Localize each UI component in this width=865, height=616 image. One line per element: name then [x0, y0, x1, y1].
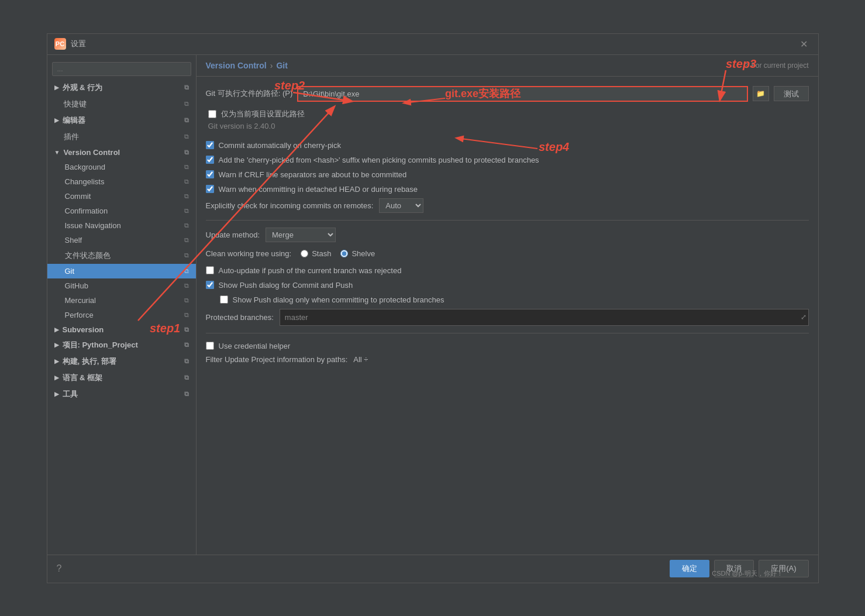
breadcrumb-parent: Version Control: [206, 61, 267, 70]
main-panel: Version Control › Git ⊙ For current proj…: [197, 55, 818, 555]
sidebar: ▶ 外观 & 行为 ⧉ 快捷键 ⧉ ▶ 编辑器 ⧉ 插件 ⧉ ▼: [47, 55, 197, 555]
copy-icon: ⧉: [184, 133, 189, 140]
divider2: [206, 333, 809, 333]
sidebar-item-plugins[interactable]: 插件 ⧉: [47, 129, 196, 145]
sidebar-item-appearance[interactable]: ▶ 外观 & 行为 ⧉: [47, 80, 196, 96]
show-push-label: Show Push dialog for Commit and Push: [219, 281, 353, 290]
show-push-protected-row: Show Push dialog only when committing to…: [206, 294, 809, 305]
breadcrumb-current: Git: [276, 61, 287, 70]
copy-icon: ⧉: [184, 341, 189, 349]
show-push-checkbox[interactable]: [206, 281, 214, 289]
test-button[interactable]: 测试: [774, 86, 809, 101]
sidebar-label: 插件: [64, 132, 79, 142]
arrow-icon: ▶: [54, 358, 59, 364]
sidebar-item-tools[interactable]: ▶ 工具 ⧉: [47, 386, 196, 402]
credential-helper-row: Use credential helper: [206, 340, 809, 352]
shelve-radio[interactable]: [340, 250, 348, 257]
stash-label: Stash: [312, 249, 331, 258]
panel-header: Version Control › Git ⊙ For current proj…: [197, 55, 818, 77]
sidebar-item-editor[interactable]: ▶ 编辑器 ⧉: [47, 112, 196, 129]
sidebar-label: 语言 & 框架: [63, 373, 103, 383]
sidebar-item-shelf[interactable]: Shelf ⧉: [47, 233, 196, 247]
stash-option: Stash: [301, 249, 331, 258]
sidebar-item-confirmation[interactable]: Confirmation ⧉: [47, 204, 196, 218]
sidebar-item-commit[interactable]: Commit ⧉: [47, 189, 196, 204]
copy-icon: ⧉: [184, 374, 189, 381]
auto-update-checkbox[interactable]: [206, 266, 214, 274]
copy-icon: ⧉: [184, 297, 189, 304]
detached-head-checkbox[interactable]: [206, 185, 214, 193]
sidebar-item-perforce[interactable]: Perforce ⧉: [47, 308, 196, 322]
hash-suffix-checkbox[interactable]: [206, 156, 214, 164]
sidebar-label: Version Control: [63, 148, 120, 157]
for-project-label: ⊙ For current project: [743, 61, 808, 70]
copy-icon: ⧉: [184, 149, 189, 156]
update-method-label: Update method:: [206, 230, 260, 239]
content-area: ▶ 外观 & 行为 ⧉ 快捷键 ⧉ ▶ 编辑器 ⧉ 插件 ⧉ ▼: [47, 55, 818, 555]
copy-icon: ⧉: [184, 192, 189, 200]
auto-update-row: Auto-update if push of the current branc…: [206, 265, 809, 276]
sidebar-item-shortcuts[interactable]: 快捷键 ⧉: [47, 96, 196, 112]
ok-button[interactable]: 确定: [670, 560, 709, 577]
sidebar-label: Subversion: [63, 325, 104, 334]
close-button[interactable]: ✕: [797, 37, 811, 51]
update-method-select[interactable]: Merge Rebase Branch Default: [266, 228, 336, 242]
sidebar-item-file-status-color[interactable]: 文件状态颜色 ⧉: [47, 247, 196, 264]
watermark: CSDN @p-明天，你好！: [712, 569, 783, 578]
credential-helper-checkbox[interactable]: [206, 342, 214, 350]
detached-head-row: Warn when committing in detached HEAD or…: [206, 184, 809, 195]
cherry-pick-row: Commit automatically on cherry-pick: [206, 140, 809, 151]
only-current-checkbox[interactable]: [208, 110, 216, 118]
sidebar-label: 工具: [63, 389, 78, 400]
sidebar-item-issue-navigation[interactable]: Issue Navigation ⧉: [47, 218, 196, 233]
copy-icon: ⧉: [184, 100, 189, 108]
incoming-commits-label: Explicitly check for incoming commits on…: [206, 201, 374, 210]
sidebar-item-subversion[interactable]: ▶ Subversion ⧉: [47, 322, 196, 337]
copy-icon: ⧉: [184, 282, 189, 290]
git-version-label: Git version is 2.40.0: [206, 122, 809, 130]
incoming-commits-select[interactable]: Auto Always Never: [379, 198, 423, 213]
git-path-row: Git 可执行文件的路径: (P) 📁 测试: [206, 86, 809, 102]
sidebar-item-changelists[interactable]: Changelists ⧉: [47, 174, 196, 189]
protected-branches-input[interactable]: [280, 309, 809, 326]
folder-button[interactable]: 📁: [753, 86, 769, 101]
arrow-icon: ▼: [54, 149, 60, 156]
sidebar-item-git[interactable]: Git ⧉: [47, 264, 196, 278]
show-push-protected-checkbox[interactable]: [220, 295, 228, 304]
git-path-label: Git 可执行文件的路径: (P): [206, 88, 293, 99]
breadcrumb-separator: ›: [270, 61, 273, 70]
filter-update-row: Filter Update Project information by pat…: [206, 355, 809, 364]
sidebar-item-mercurial[interactable]: Mercurial ⧉: [47, 293, 196, 308]
git-path-input[interactable]: [297, 86, 747, 102]
arrow-icon: ▶: [54, 374, 59, 381]
sidebar-item-language[interactable]: ▶ 语言 & 框架 ⧉: [47, 370, 196, 386]
sidebar-item-version-control[interactable]: ▼ Version Control ⧉: [47, 145, 196, 160]
copy-icon: ⧉: [184, 222, 189, 229]
search-box: [47, 58, 196, 80]
sidebar-label: Shelf: [65, 236, 82, 245]
sidebar-label: Issue Navigation: [65, 221, 121, 230]
copy-icon: ⧉: [184, 357, 189, 365]
copy-icon: ⧉: [184, 267, 189, 275]
sidebar-item-python-project[interactable]: ▶ 项目: Python_Project ⧉: [47, 337, 196, 353]
auto-update-label: Auto-update if push of the current branc…: [219, 266, 402, 275]
hash-suffix-row: Add the 'cherry-picked from <hash>' suff…: [206, 154, 809, 166]
copy-icon: ⧉: [184, 84, 189, 91]
cherry-pick-checkbox[interactable]: [206, 141, 214, 149]
update-method-row: Update method: Merge Rebase Branch Defau…: [206, 228, 809, 242]
only-current-row: 仅为当前项目设置此路径: [206, 109, 809, 119]
help-button[interactable]: ?: [57, 563, 62, 574]
arrow-icon: ▶: [54, 391, 59, 397]
expand-icon[interactable]: ⤢: [801, 313, 807, 321]
sidebar-item-background[interactable]: Background ⧉: [47, 160, 196, 174]
sidebar-label: Commit: [65, 192, 91, 201]
stash-radio[interactable]: [301, 250, 308, 257]
arrow-icon: ▶: [54, 326, 59, 333]
sidebar-item-build[interactable]: ▶ 构建, 执行, 部署 ⧉: [47, 353, 196, 370]
sidebar-label: 编辑器: [63, 115, 85, 126]
sidebar-label: Perforce: [65, 311, 94, 319]
search-input[interactable]: [52, 62, 191, 76]
divider: [206, 220, 809, 221]
sidebar-item-github[interactable]: GitHub ⧉: [47, 278, 196, 293]
crlf-checkbox[interactable]: [206, 170, 214, 178]
